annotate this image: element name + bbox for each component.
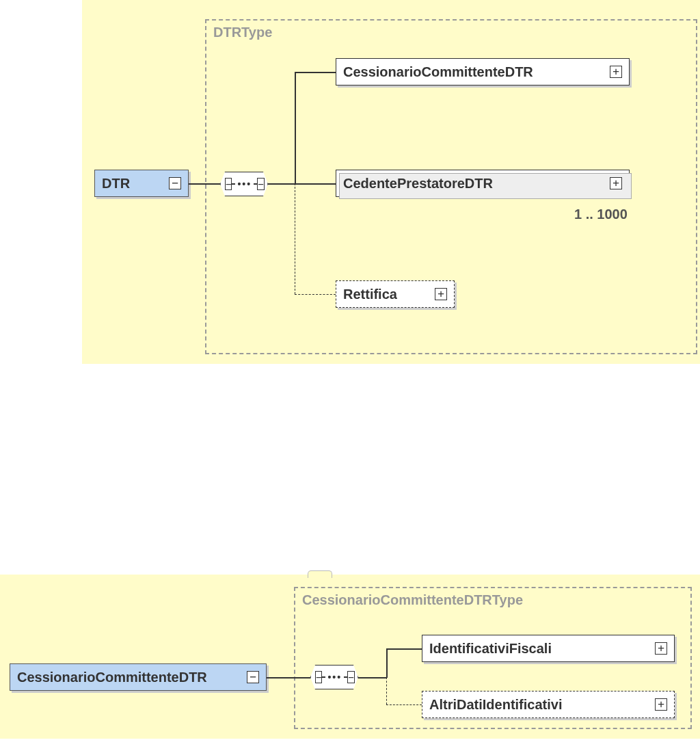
sequence-compositor[interactable]: − ••• − (310, 665, 358, 689)
connector-optional (295, 183, 295, 294)
connector-optional (386, 677, 387, 704)
root-node-dtr[interactable]: DTR − (94, 170, 189, 197)
connector (386, 648, 388, 678)
type-label: DTRType (213, 25, 272, 40)
seq-collapse-right-icon[interactable]: − (347, 671, 354, 683)
root-label: DTR (102, 176, 130, 192)
sequence-compositor[interactable]: − ••• − (220, 172, 268, 196)
expand-icon[interactable]: + (610, 177, 622, 189)
collapse-icon[interactable]: − (169, 177, 181, 189)
connector (295, 72, 296, 184)
connector (189, 183, 220, 185)
diagram-cessionario: CessionarioCommittenteDTRType Cessionari… (0, 575, 700, 739)
expand-icon[interactable]: + (435, 288, 447, 300)
connector (267, 677, 310, 678)
child-label: IdentificativiFiscali (429, 641, 552, 657)
child-node[interactable]: CessionarioCommittenteDTR + (336, 58, 630, 85)
connector-optional (386, 704, 422, 705)
connector (268, 183, 295, 185)
type-label: CessionarioCommittenteDTRType (302, 592, 523, 608)
diagram-dtr: DTRType DTR − − ••• − CessionarioCommitt… (82, 0, 700, 364)
frame-tab-icon (308, 570, 332, 578)
child-node[interactable]: IdentificativiFiscali + (422, 635, 675, 662)
connector (295, 72, 336, 73)
child-label: CessionarioCommittenteDTR (343, 64, 533, 80)
connector (358, 677, 387, 678)
expand-icon[interactable]: + (610, 66, 622, 78)
collapse-icon[interactable]: − (247, 671, 259, 683)
child-label: AltriDatiIdentificativi (429, 697, 562, 713)
cardinality-label: 1 .. 1000 (574, 207, 628, 222)
child-node-optional[interactable]: Rettifica + (336, 280, 455, 308)
seq-collapse-left-icon[interactable]: − (315, 671, 322, 683)
expand-icon[interactable]: + (655, 698, 667, 711)
child-label: Rettifica (343, 287, 397, 302)
seq-dots-icon: ••• (232, 179, 257, 189)
seq-dots-icon: ••• (322, 672, 347, 683)
connector (386, 648, 422, 650)
seq-collapse-right-icon[interactable]: − (257, 178, 264, 190)
seq-collapse-left-icon[interactable]: − (225, 178, 232, 190)
root-label: CessionarioCommittenteDTR (17, 670, 207, 685)
connector-optional (295, 294, 336, 295)
child-node-optional[interactable]: AltriDatiIdentificativi + (422, 691, 675, 718)
root-node-cessionario[interactable]: CessionarioCommittenteDTR − (10, 663, 267, 691)
child-label: CedentePrestatoreDTR (343, 176, 493, 192)
child-node-multi[interactable]: CedentePrestatoreDTR + (336, 170, 630, 197)
connector (295, 183, 336, 185)
expand-icon[interactable]: + (655, 642, 667, 655)
